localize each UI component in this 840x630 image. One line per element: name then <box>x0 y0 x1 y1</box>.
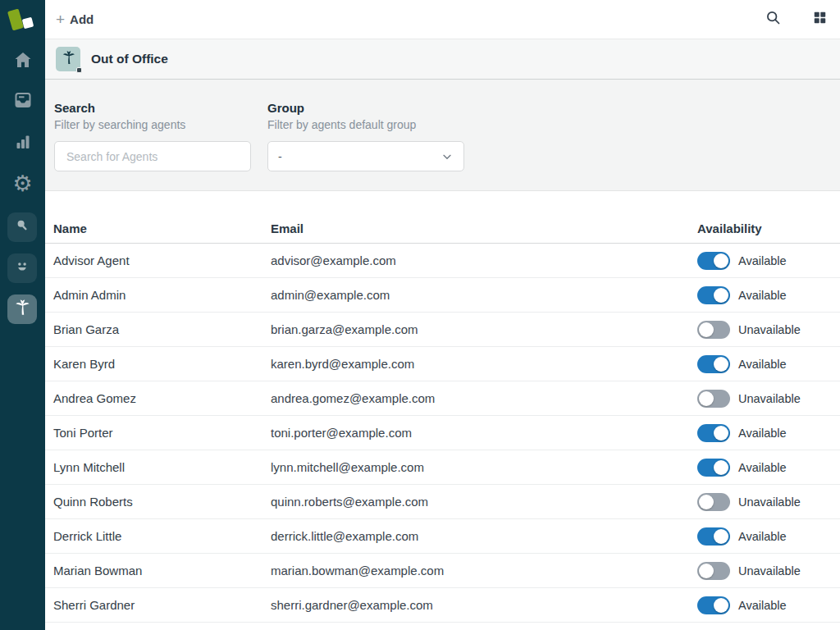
agent-name: Admin Admin <box>53 288 271 302</box>
availability-toggle[interactable] <box>697 424 730 442</box>
page-title: Out of Office <box>91 52 168 66</box>
table-row: Marian Bowman marian.bowman@example.com … <box>45 554 840 588</box>
group-filter-label: Group <box>267 101 464 115</box>
toggle-knob <box>699 495 714 509</box>
group-select-value: - <box>278 150 441 163</box>
out-of-office-badge <box>56 47 80 71</box>
table-row: Advisor Agent advisor@example.com Availa… <box>45 244 840 278</box>
agent-name: Toni Porter <box>53 426 271 440</box>
table-row: Toni Porter toni.porter@example.com Avai… <box>45 416 840 450</box>
palm-icon <box>61 50 76 69</box>
agent-email: lynn.mitchell@example.com <box>271 460 697 474</box>
availability-toggle[interactable] <box>697 390 730 408</box>
apps-grid-icon[interactable] <box>812 10 828 29</box>
agent-email: sherri.gardner@example.com <box>271 598 697 612</box>
out-of-office-palm-icon <box>13 299 31 320</box>
agent-name: Derrick Little <box>53 529 271 543</box>
sidebar-out-of-office-button[interactable] <box>7 294 37 324</box>
availability-label: Unavailable <box>738 564 801 578</box>
group-filter-hint: Filter by agents default group <box>267 118 464 131</box>
availability-label: Available <box>738 599 787 612</box>
availability-toggle[interactable] <box>697 562 730 580</box>
agent-name: Lynn Mitchell <box>53 460 271 474</box>
availability-label: Available <box>738 254 787 267</box>
toggle-knob <box>714 598 728 613</box>
sidebar: ⚙ <box>0 0 45 630</box>
settings-gear-icon: ⚙ <box>12 172 32 194</box>
table-body: Advisor Agent advisor@example.com Availa… <box>45 244 840 623</box>
availability-label: Unavailable <box>738 392 801 405</box>
overviews-inbox-icon <box>13 90 33 113</box>
toggle-knob <box>699 391 714 406</box>
table-row: Admin Admin admin@example.com Available <box>45 278 840 313</box>
availability-toggle[interactable] <box>697 527 730 546</box>
availability-toggle[interactable] <box>697 596 730 614</box>
sidebar-item-admin[interactable]: ⚙ <box>0 172 45 194</box>
topbar: + Add <box>45 0 840 39</box>
sidebar-customer-button[interactable] <box>7 253 37 283</box>
add-button[interactable]: + Add <box>56 11 94 27</box>
search-filter-label: Search <box>54 101 251 115</box>
plus-icon: + <box>56 11 65 27</box>
agent-email: marian.bowman@example.com <box>271 564 697 578</box>
toggle-knob <box>699 322 714 337</box>
search-icon[interactable] <box>765 9 782 30</box>
agents-table: Name Email Availability Advisor Agent ad… <box>45 191 840 623</box>
agent-email: quinn.roberts@example.com <box>271 495 697 509</box>
search-icon <box>13 217 31 238</box>
agent-email: admin@example.com <box>271 288 697 302</box>
column-header-availability: Availability <box>697 221 840 235</box>
toggle-knob <box>714 529 728 544</box>
toggle-knob <box>714 357 728 372</box>
add-button-label: Add <box>70 12 94 26</box>
table-row: Andrea Gomez andrea.gomez@example.com Un… <box>45 381 840 416</box>
filters-section: Search Filter by searching agents Group … <box>45 80 840 191</box>
availability-toggle[interactable] <box>697 355 730 373</box>
toggle-knob <box>714 460 728 475</box>
agent-name: Marian Bowman <box>53 564 271 578</box>
sidebar-search-button[interactable] <box>7 212 37 242</box>
home-icon <box>13 50 33 73</box>
main-area: + Add <box>45 0 840 630</box>
sidebar-item-home[interactable] <box>0 50 45 73</box>
reports-chart-icon <box>13 132 33 155</box>
search-agents-input[interactable] <box>54 141 251 171</box>
chevron-down-icon <box>441 150 454 163</box>
sidebar-item-overviews[interactable] <box>0 90 45 113</box>
agent-email: andrea.gomez@example.com <box>271 391 697 405</box>
toggle-knob <box>714 426 728 441</box>
logo-white-shape <box>22 17 34 30</box>
availability-toggle[interactable] <box>697 321 730 339</box>
availability-label: Available <box>738 289 787 302</box>
availability-label: Available <box>738 461 787 474</box>
availability-toggle[interactable] <box>697 286 730 304</box>
table-row: Quinn Roberts quinn.roberts@example.com … <box>45 485 840 519</box>
group-select[interactable]: - <box>267 141 464 171</box>
agent-email: advisor@example.com <box>271 253 697 267</box>
agent-name: Advisor Agent <box>53 253 271 267</box>
availability-label: Available <box>738 530 787 543</box>
column-header-email: Email <box>271 221 697 235</box>
table-row: Karen Byrd karen.byrd@example.com Availa… <box>45 347 840 381</box>
availability-toggle[interactable] <box>697 459 730 477</box>
customer-smiley-icon <box>13 258 31 279</box>
table-row: Sherri Gardner sherri.gardner@example.co… <box>45 588 840 623</box>
agent-name: Andrea Gomez <box>53 391 271 405</box>
toggle-knob <box>714 288 728 303</box>
sidebar-item-reports[interactable] <box>0 132 45 155</box>
table-row: Lynn Mitchell lynn.mitchell@example.com … <box>45 450 840 485</box>
availability-toggle[interactable] <box>697 252 730 270</box>
app-logo[interactable] <box>7 5 39 38</box>
agent-email: toni.porter@example.com <box>271 426 697 440</box>
agent-name: Karen Byrd <box>53 357 271 371</box>
toggle-knob <box>699 564 714 578</box>
column-header-name: Name <box>53 221 271 235</box>
availability-label: Available <box>738 427 787 440</box>
availability-label: Unavailable <box>738 495 801 509</box>
table-row: Derrick Little derrick.little@example.co… <box>45 519 840 554</box>
agent-email: brian.garza@example.com <box>271 322 697 336</box>
page-header: Out of Office <box>45 39 840 80</box>
table-header-row: Name Email Availability <box>45 213 840 244</box>
agent-name: Brian Garza <box>53 322 271 336</box>
availability-toggle[interactable] <box>697 493 730 511</box>
